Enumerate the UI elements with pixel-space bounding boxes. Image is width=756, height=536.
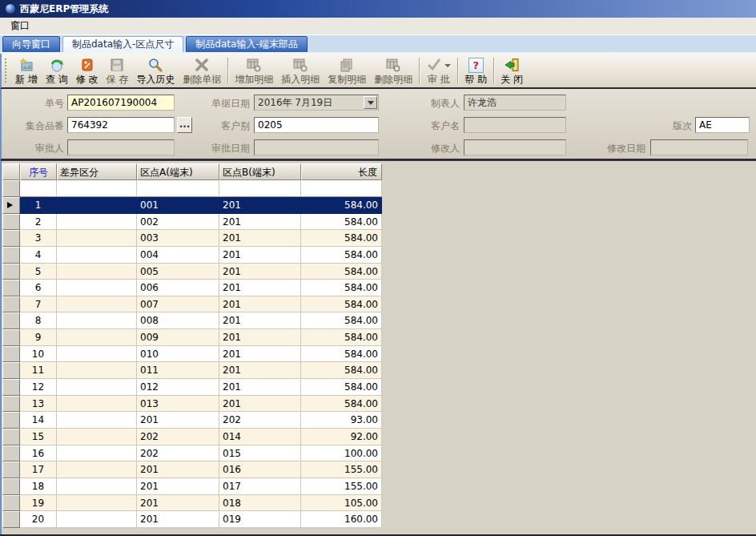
cell-length[interactable]: 155.00 (301, 461, 382, 478)
header-seq[interactable]: 序号 (20, 163, 57, 180)
cell-diff[interactable] (57, 264, 137, 280)
row-selector[interactable] (2, 429, 20, 445)
cell-point_b[interactable]: 018 (219, 495, 301, 512)
filter-cell[interactable] (137, 180, 219, 197)
table-row[interactable]: 1001201584.00 (2, 197, 382, 214)
filter-cell[interactable] (301, 180, 382, 197)
cell-length[interactable]: 584.00 (301, 197, 382, 214)
cell-diff[interactable] (57, 329, 137, 346)
cell-point_b[interactable]: 201 (219, 379, 301, 396)
cell-diff[interactable] (57, 429, 137, 445)
cell-seq[interactable]: 9 (20, 329, 57, 346)
cell-length[interactable]: 92.00 (301, 429, 382, 445)
cell-point_a[interactable]: 201 (137, 511, 219, 528)
new-button[interactable]: 新 增 (11, 54, 42, 87)
cell-point_b[interactable]: 201 (219, 362, 301, 379)
row-selector[interactable] (2, 379, 20, 396)
table-row[interactable]: 12012201584.00 (2, 379, 382, 396)
cell-diff[interactable] (57, 296, 137, 313)
cell-point_a[interactable]: 007 (137, 296, 219, 313)
customer-type-field[interactable] (254, 117, 379, 133)
cell-diff[interactable] (57, 247, 137, 264)
cell-point_b[interactable]: 201 (219, 280, 301, 296)
cell-length[interactable]: 160.00 (301, 511, 382, 528)
table-row[interactable]: 2002201584.00 (2, 214, 382, 231)
tab-product-data-terminal-parts[interactable]: 制品data输入-端末部品 (186, 36, 307, 52)
cell-seq[interactable]: 16 (20, 445, 57, 462)
table-row[interactable]: 1520201492.00 (2, 429, 382, 445)
import-history-button[interactable]: 导入历史 (132, 54, 179, 87)
row-selector[interactable] (2, 247, 20, 264)
table-row[interactable]: 10010201584.00 (2, 346, 382, 363)
row-selector[interactable] (2, 312, 20, 329)
filter-cell[interactable] (219, 180, 301, 197)
cell-seq[interactable]: 6 (20, 280, 57, 296)
cell-point_b[interactable]: 201 (219, 312, 301, 329)
cell-length[interactable]: 584.00 (301, 312, 382, 329)
cell-point_a[interactable]: 011 (137, 362, 219, 379)
cell-seq[interactable]: 17 (20, 461, 57, 478)
header-length[interactable]: 长度 (301, 163, 382, 180)
cell-length[interactable]: 584.00 (301, 230, 382, 247)
toolbar-grip-handle[interactable] (5, 58, 8, 83)
doc-date-dropdown-button[interactable] (364, 96, 377, 109)
cell-length[interactable]: 105.00 (301, 495, 382, 512)
cell-point_b[interactable]: 017 (219, 478, 301, 495)
cell-point_b[interactable]: 019 (219, 511, 301, 528)
cell-length[interactable]: 584.00 (301, 296, 382, 313)
cell-length[interactable]: 584.00 (301, 329, 382, 346)
tab-product-data-zone-size[interactable]: 制品data输入-区点尺寸 (62, 36, 183, 52)
query-button[interactable]: 查 询 (42, 54, 72, 87)
cell-point_b[interactable]: 016 (219, 461, 301, 478)
cell-seq[interactable]: 19 (20, 495, 57, 512)
cell-point_a[interactable]: 202 (137, 429, 219, 445)
cell-diff[interactable] (57, 280, 137, 296)
cell-point_a[interactable]: 002 (137, 214, 219, 231)
cell-diff[interactable] (57, 362, 137, 379)
cell-diff[interactable] (57, 214, 137, 231)
row-selector[interactable] (2, 264, 20, 280)
tab-wizard-window[interactable]: 向导窗口 (2, 36, 60, 52)
cell-diff[interactable] (57, 312, 137, 329)
cell-point_b[interactable]: 201 (219, 396, 301, 413)
cell-length[interactable]: 584.00 (301, 346, 382, 363)
help-button[interactable]: ? 帮 助 (460, 54, 491, 87)
cell-point_a[interactable]: 201 (137, 495, 219, 512)
row-selector[interactable] (2, 197, 20, 214)
cell-point_b[interactable]: 201 (219, 296, 301, 313)
cell-point_a[interactable]: 201 (137, 412, 219, 429)
cell-point_b[interactable]: 202 (219, 412, 301, 429)
cell-point_a[interactable]: 013 (137, 396, 219, 413)
cell-point_b[interactable]: 201 (219, 197, 301, 214)
row-selector[interactable] (2, 495, 20, 512)
cell-seq[interactable]: 1 (20, 197, 57, 214)
table-row[interactable]: 17201016155.00 (2, 461, 382, 478)
cell-point_b[interactable]: 015 (219, 445, 301, 462)
row-selector[interactable] (2, 511, 20, 528)
cell-seq[interactable]: 11 (20, 362, 57, 379)
cell-seq[interactable]: 15 (20, 429, 57, 445)
row-selector[interactable] (2, 362, 20, 379)
cell-length[interactable]: 584.00 (301, 280, 382, 296)
row-selector[interactable] (2, 180, 20, 197)
cell-point_a[interactable]: 012 (137, 379, 219, 396)
table-row[interactable]: 6006201584.00 (2, 280, 382, 296)
table-row[interactable]: 20201019160.00 (2, 511, 382, 528)
table-row[interactable]: 8008201584.00 (2, 312, 382, 329)
cell-diff[interactable] (57, 511, 137, 528)
cell-point_a[interactable]: 006 (137, 280, 219, 296)
row-selector[interactable] (2, 296, 20, 313)
filter-cell[interactable] (20, 180, 57, 197)
cell-diff[interactable] (57, 230, 137, 247)
table-row[interactable]: 13013201584.00 (2, 396, 382, 413)
cell-length[interactable]: 155.00 (301, 478, 382, 495)
cell-seq[interactable]: 2 (20, 214, 57, 231)
header-diff[interactable]: 差异区分 (57, 163, 137, 180)
cell-diff[interactable] (57, 197, 137, 214)
cell-point_a[interactable]: 010 (137, 346, 219, 363)
doc-no-field[interactable] (67, 95, 175, 111)
cell-diff[interactable] (57, 495, 137, 512)
cell-point_b[interactable]: 201 (219, 247, 301, 264)
table-row[interactable]: 19201018105.00 (2, 495, 382, 512)
cell-point_a[interactable]: 004 (137, 247, 219, 264)
